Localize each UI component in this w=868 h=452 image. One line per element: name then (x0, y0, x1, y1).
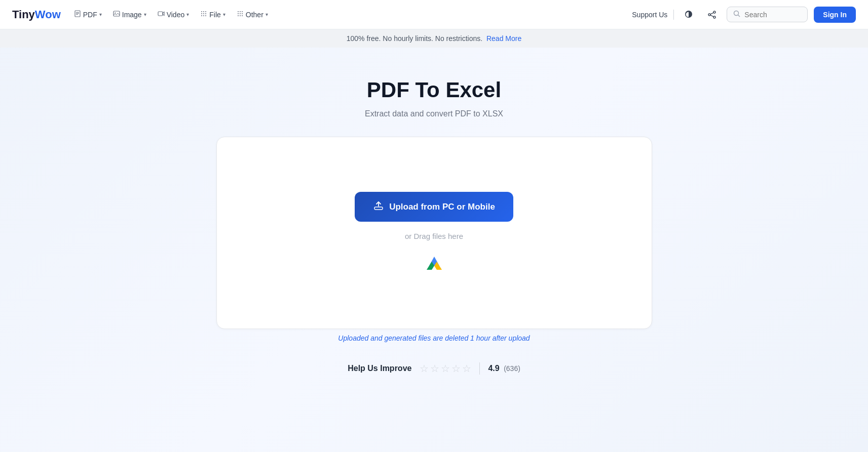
svg-point-30 (734, 11, 739, 16)
svg-point-27 (713, 16, 715, 18)
svg-point-8 (203, 11, 204, 12)
svg-point-25 (713, 11, 715, 13)
star-3[interactable]: ☆ (441, 362, 450, 375)
share-button[interactable] (703, 6, 721, 23)
svg-point-21 (242, 13, 243, 14)
svg-rect-4 (114, 11, 120, 16)
cloud-storage-icon (425, 256, 443, 274)
svg-line-29 (710, 15, 713, 16)
nav-item-pdf-label: PDF (83, 11, 97, 19)
upload-button-label: Upload from PC or Mobile (389, 202, 495, 212)
nav-right: Support Us Sign In (632, 6, 856, 23)
search-input[interactable] (744, 11, 801, 19)
nav-item-other-label: Other (246, 11, 263, 19)
svg-point-22 (238, 15, 239, 16)
search-box (727, 7, 808, 22)
svg-point-12 (205, 13, 206, 14)
svg-point-13 (201, 15, 202, 16)
svg-point-20 (240, 13, 241, 14)
svg-point-16 (238, 11, 239, 12)
nav-item-file[interactable]: File ▾ (195, 7, 231, 22)
file-nav-icon (200, 10, 207, 19)
nav-item-video[interactable]: Video ▾ (153, 7, 195, 22)
svg-line-31 (738, 15, 740, 17)
svg-point-7 (201, 11, 202, 12)
file-chevron-icon: ▾ (223, 12, 225, 17)
svg-point-10 (201, 13, 202, 14)
nav-item-image[interactable]: Image ▾ (108, 7, 152, 22)
other-nav-icon (237, 10, 244, 19)
svg-point-26 (708, 14, 710, 16)
svg-point-23 (240, 15, 241, 16)
svg-point-9 (205, 11, 206, 12)
nav-item-image-label: Image (122, 11, 142, 19)
pdf-nav-icon (74, 10, 81, 19)
upload-button[interactable]: Upload from PC or Mobile (355, 192, 513, 222)
rating-score: 4.9 (636) (488, 364, 520, 373)
banner-text: 100% free. No hourly limits. No restrict… (347, 34, 482, 43)
pdf-chevron-icon: ▾ (99, 12, 102, 17)
image-nav-icon (113, 10, 120, 19)
rating-count: (636) (504, 364, 520, 373)
video-chevron-icon: ▾ (186, 12, 189, 17)
nav-item-file-label: File (209, 11, 221, 19)
star-2[interactable]: ☆ (430, 362, 439, 375)
drag-drop-label: or Drag files here (405, 232, 463, 240)
rating-label: Help Us Improve (348, 364, 411, 373)
svg-point-14 (203, 15, 204, 16)
star-1[interactable]: ☆ (420, 362, 429, 375)
rating-divider (479, 362, 480, 375)
other-chevron-icon: ▾ (266, 12, 268, 17)
svg-point-15 (205, 15, 206, 16)
dark-mode-toggle[interactable] (680, 6, 697, 23)
brand-logo[interactable]: TinyWow (12, 8, 61, 21)
svg-point-5 (115, 13, 116, 14)
nav-menu: PDF ▾ Image ▾ Video ▾ File ▾ (69, 7, 630, 22)
svg-point-19 (238, 13, 239, 14)
page-subtitle: Extract data and convert PDF to XLSX (365, 109, 503, 118)
star-rating[interactable]: ☆ ☆ ☆ ☆ ☆ (420, 362, 471, 375)
nav-item-pdf[interactable]: PDF ▾ (69, 7, 107, 22)
star-4[interactable]: ☆ (451, 362, 461, 375)
svg-point-24 (242, 15, 243, 16)
page-title: PDF To Excel (367, 78, 501, 102)
svg-point-18 (242, 11, 243, 12)
image-chevron-icon: ▾ (144, 12, 146, 17)
read-more-link[interactable]: Read More (486, 34, 521, 43)
video-nav-icon (158, 10, 165, 19)
svg-rect-6 (158, 12, 163, 16)
privacy-note: Uploaded and generated files are deleted… (338, 334, 530, 342)
signin-button[interactable]: Sign In (814, 7, 856, 23)
svg-line-28 (710, 13, 713, 14)
nav-divider (673, 10, 674, 20)
svg-point-11 (203, 13, 204, 14)
promo-banner: 100% free. No hourly limits. No restrict… (0, 29, 868, 48)
star-5[interactable]: ☆ (462, 362, 471, 375)
search-icon (733, 10, 740, 19)
rating-section: Help Us Improve ☆ ☆ ☆ ☆ ☆ 4.9 (636) (348, 362, 520, 375)
support-us-link[interactable]: Support Us (632, 11, 667, 19)
upload-icon (373, 200, 384, 214)
nav-item-other[interactable]: Other ▾ (232, 7, 273, 22)
upload-dropzone[interactable]: Upload from PC or Mobile or Drag files h… (216, 137, 652, 329)
navbar: TinyWow PDF ▾ Image ▾ Video ▾ (0, 0, 868, 29)
main-content: PDF To Excel Extract data and convert PD… (0, 48, 868, 395)
svg-point-17 (240, 11, 241, 12)
nav-item-video-label: Video (167, 11, 185, 19)
svg-rect-32 (374, 207, 383, 210)
